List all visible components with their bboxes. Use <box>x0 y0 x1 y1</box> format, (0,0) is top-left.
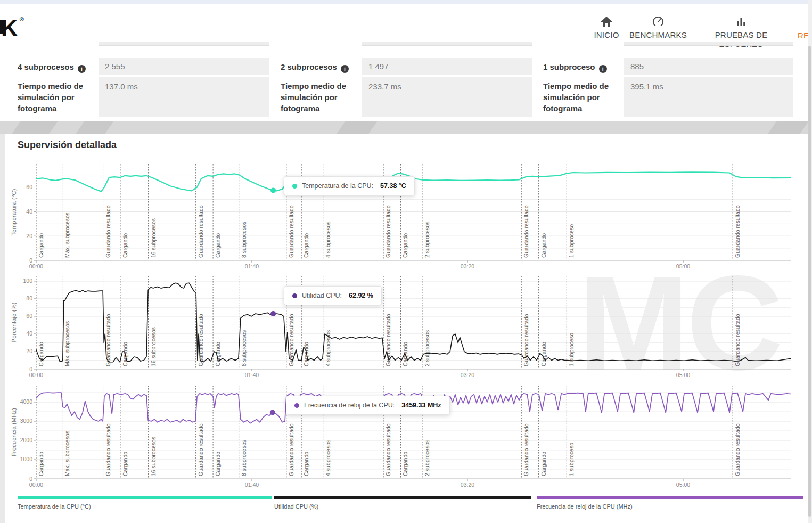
nav-item-benchmarks[interactable]: BENCHMARKS <box>626 16 690 39</box>
result-label-2-threads: 2 subprocesosi <box>281 61 349 73</box>
bar-chart-icon <box>735 16 748 28</box>
result-label-1-thread: 1 subprocesoi <box>543 61 607 73</box>
truncated-box <box>99 42 269 46</box>
tooltip-value: 62.92 % <box>349 292 373 299</box>
legend-color-bar <box>18 496 272 499</box>
monitoring-title: Supervisión detallada <box>18 140 117 151</box>
legend-label: Frecuencia de reloj de la CPU (MHz) <box>537 503 803 510</box>
registered-mark: ® <box>20 16 24 22</box>
info-icon[interactable]: i <box>599 65 607 73</box>
watermark-fragment <box>9 121 60 134</box>
logo-text: K <box>1 15 19 41</box>
legend-item-utilization[interactable]: Utilidad CPU (%) <box>274 496 531 510</box>
browser-top-strip <box>0 0 812 4</box>
sim-time-label: Tiempo medio de simulación por fotograma <box>18 80 103 114</box>
chart-tooltip-frequency: Frecuencia de reloj de la CPU:3459.33 MH… <box>286 396 450 415</box>
score-field: 885 <box>624 58 793 75</box>
result-label-4-threads: 4 subprocesosi <box>18 61 86 73</box>
score-field: 2 555 <box>99 58 269 75</box>
chart-tooltip-temperature: Temperatura de la CPU:57.38 °C <box>284 176 415 195</box>
info-icon[interactable]: i <box>341 65 349 73</box>
sim-time-label: Tiempo medio de simulación por fotograma <box>543 80 628 114</box>
sim-time-label: Tiempo medio de simulación por fotograma <box>281 80 366 114</box>
legend-item-temperature[interactable]: Temperatura de la CPU (°C) <box>18 496 272 510</box>
tooltip-label: Utilidad CPU: <box>302 292 342 299</box>
legend-color-bar <box>274 496 531 499</box>
watermark-fragment <box>334 121 379 134</box>
info-icon[interactable]: i <box>78 65 86 73</box>
logo-letter-fragment <box>0 20 3 34</box>
watermark-fragment <box>73 121 116 134</box>
legend-item-frequency[interactable]: Frecuencia de reloj de la CPU (MHz) <box>537 496 803 510</box>
legend-label: Temperatura de la CPU (°C) <box>18 503 272 510</box>
legend-label: Utilidad CPU (%) <box>274 503 531 510</box>
legend-color-bar <box>537 496 803 499</box>
section-divider-band <box>0 121 812 134</box>
series-dot-icon <box>294 403 299 408</box>
home-icon <box>600 16 613 28</box>
series-dot-icon <box>292 293 297 298</box>
tooltip-value: 57.38 °C <box>380 182 406 190</box>
sim-time-field: 137.0 ms <box>99 77 269 117</box>
nav-label: INICIO <box>594 30 619 39</box>
app-logo[interactable]: K® <box>1 15 24 42</box>
gauge-icon <box>652 16 665 28</box>
scrollbar-thumb[interactable] <box>808 46 811 517</box>
tooltip-label: Temperatura de la CPU: <box>302 182 373 190</box>
truncated-box <box>624 42 793 46</box>
mc-watermark: MC <box>578 246 780 400</box>
nav-item-inicio[interactable]: INICIO <box>589 16 624 39</box>
series-dot-icon <box>292 184 297 189</box>
sim-time-field: 395.1 ms <box>624 77 793 117</box>
tooltip-label: Frecuencia de reloj de la CPU: <box>304 402 395 409</box>
chart-tooltip-utilization: Utilidad CPU:62.92 % <box>284 286 382 305</box>
sim-time-field: 233.7 ms <box>362 77 532 117</box>
nav-label: BENCHMARKS <box>629 30 687 39</box>
watermark-fragment <box>765 121 810 134</box>
truncated-box <box>362 42 532 46</box>
score-field: 1 497 <box>362 58 532 75</box>
tooltip-value: 3459.33 MHz <box>401 402 441 409</box>
